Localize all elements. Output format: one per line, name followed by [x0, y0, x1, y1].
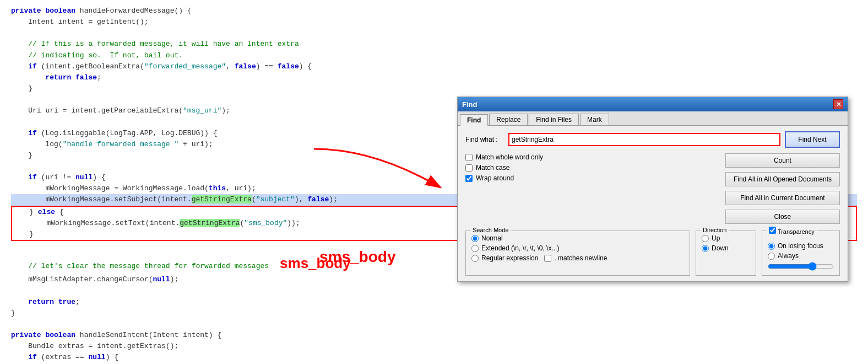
wrap-around-checkbox[interactable] — [465, 175, 473, 182]
find-next-button[interactable]: Find Next — [785, 131, 840, 148]
dialog-titlebar: Find ✕ — [458, 97, 848, 111]
always-radio-row: Always — [768, 252, 834, 260]
transparency-group-label: Transparency — [767, 227, 817, 235]
find-row: Find what : Find Next — [465, 131, 840, 148]
wrap-around-label: Wrap around — [476, 174, 514, 182]
dialog-close-button[interactable]: ✕ — [833, 99, 843, 109]
up-label: Up — [712, 234, 720, 242]
code-line: } — [11, 83, 857, 94]
count-button[interactable]: Count — [725, 153, 840, 168]
match-whole-word-label: Match whole word only — [476, 153, 543, 161]
on-losing-focus-radio[interactable] — [768, 243, 775, 250]
tab-mark[interactable]: Mark — [580, 114, 609, 125]
match-case-row: Match case — [465, 164, 718, 172]
down-label: Down — [712, 244, 729, 252]
code-line: // indicating so. If not, bail out. — [11, 50, 857, 61]
code-line: // If this is a forwarded message, it wi… — [11, 39, 857, 50]
transparency-slider-container — [768, 262, 834, 271]
find-all-opened-button[interactable]: Find All in All Opened Documents — [725, 172, 840, 186]
always-label: Always — [778, 252, 799, 260]
search-mode-label: Search Mode — [470, 227, 511, 233]
on-losing-focus-radio-row: On losing focus — [768, 242, 834, 250]
close-button[interactable]: Close — [725, 210, 840, 224]
regex-label: Regular expression — [481, 254, 538, 262]
extended-radio-row: Extended (\n, \r, \t, \0, \x...) — [471, 244, 684, 252]
code-line: Bundle extras = intent.getExtras(); — [11, 341, 857, 352]
transparency-box: Transparency On losing focus Always — [762, 231, 840, 276]
dialog-title: Find — [462, 100, 477, 109]
match-whole-word-checkbox[interactable] — [465, 154, 473, 161]
code-line: } — [11, 308, 857, 319]
match-case-label: Match case — [476, 164, 509, 172]
options-col: Match whole word only Match case Wrap ar… — [465, 153, 718, 185]
code-line: private boolean handleSendIntent(Intent … — [11, 330, 857, 341]
on-losing-focus-label: On losing focus — [778, 242, 823, 250]
dialog-tabs: Find Replace Find in Files Mark — [458, 111, 848, 126]
normal-label: Normal — [481, 234, 503, 242]
tab-find-in-files[interactable]: Find in Files — [529, 114, 579, 125]
down-radio-row: Down — [702, 244, 750, 252]
direction-label: Direction — [701, 227, 729, 233]
wrap-around-row: Wrap around — [465, 174, 718, 182]
bottom-section: Search Mode Normal Extended (\n, \r, \t,… — [465, 231, 840, 276]
transparency-checkbox[interactable] — [769, 227, 776, 234]
tab-replace[interactable]: Replace — [489, 114, 528, 125]
sms-body-label: sms_body — [319, 248, 396, 266]
up-radio[interactable] — [702, 235, 709, 242]
extended-radio[interactable] — [471, 245, 479, 252]
direction-box: Direction Up Down — [696, 231, 756, 276]
code-line: return true; — [11, 297, 857, 308]
up-radio-row: Up — [702, 234, 750, 242]
code-line — [11, 319, 857, 330]
normal-radio[interactable] — [471, 235, 479, 242]
transparency-slider[interactable] — [768, 262, 834, 271]
code-line: private boolean handleForwardedMessage()… — [11, 6, 857, 17]
code-line — [11, 28, 857, 39]
match-whole-word-row: Match whole word only — [465, 153, 718, 161]
extended-label: Extended (\n, \r, \t, \0, \x...) — [481, 244, 559, 252]
find-input[interactable] — [508, 133, 780, 146]
code-line: if (intent.getBooleanExtra("forwarded_me… — [11, 61, 857, 72]
find-what-label: Find what : — [465, 136, 504, 143]
code-line: return false; — [11, 72, 857, 83]
find-dialog: Find ✕ Find Replace Find in Files Mark F… — [457, 97, 848, 282]
match-case-checkbox[interactable] — [465, 164, 473, 172]
dot-matches-newline-label: . matches newline — [554, 254, 607, 262]
dot-matches-newline-checkbox[interactable] — [544, 255, 551, 262]
transparency-checkbox-label: Transparency — [778, 228, 815, 235]
code-line: if (extras == null) { — [11, 352, 857, 363]
down-radio[interactable] — [702, 245, 709, 252]
code-line: Intent intent = getIntent(); — [11, 17, 857, 28]
code-line — [11, 286, 857, 297]
regex-radio-row: Regular expression . matches newline — [471, 254, 684, 262]
regex-radio[interactable] — [471, 255, 479, 262]
always-radio[interactable] — [768, 253, 775, 260]
search-mode-box: Search Mode Normal Extended (\n, \r, \t,… — [465, 231, 690, 276]
find-all-current-button[interactable]: Find All in Current Document — [725, 191, 840, 205]
buttons-col: Count Find All in All Opened Documents F… — [725, 153, 840, 226]
tab-find[interactable]: Find — [460, 114, 488, 126]
normal-radio-row: Normal — [471, 234, 684, 242]
dialog-body: Find what : Find Next Match whole word o… — [458, 126, 848, 281]
